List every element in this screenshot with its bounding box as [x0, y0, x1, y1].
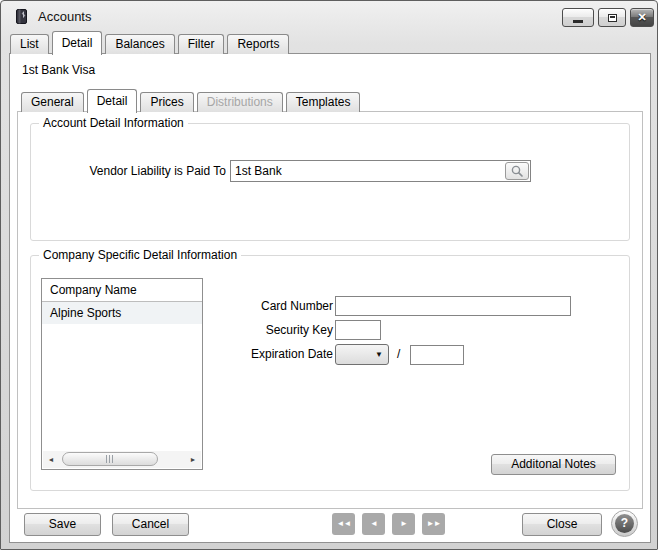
accounts-window: Accounts ✕ List Detail Balances Filter R…	[0, 0, 658, 550]
security-key-label: Security Key	[206, 323, 333, 337]
security-key-input[interactable]	[335, 320, 381, 340]
tab-detail[interactable]: Detail	[52, 31, 103, 55]
tab-reports[interactable]: Reports	[227, 34, 289, 54]
account-detail-group: Account Detail Information Vendor Liabil…	[30, 123, 630, 241]
scroll-left-icon[interactable]: ◄	[43, 451, 59, 468]
restore-button[interactable]	[598, 8, 626, 27]
window-controls: ✕	[562, 8, 654, 27]
save-button[interactable]: Save	[24, 513, 101, 536]
tab-balances[interactable]: Balances	[105, 34, 174, 54]
expiration-separator: /	[397, 347, 400, 361]
next-record-icon[interactable]: ►	[392, 513, 415, 535]
question-icon: ?	[615, 514, 634, 533]
title-bar[interactable]: Accounts ✕	[1, 1, 657, 31]
expiration-month-dropdown[interactable]: ▼	[335, 344, 389, 365]
subtab-general[interactable]: General	[21, 92, 84, 112]
chevron-down-icon: ▼	[375, 351, 383, 359]
vendor-paid-to-field	[230, 160, 531, 182]
expiration-year-input[interactable]	[410, 345, 464, 365]
record-title: 1st Bank Visa	[22, 63, 95, 77]
company-detail-group-title: Company Specific Detail Information	[39, 248, 241, 262]
scrollbar-grip-icon	[106, 455, 114, 463]
previous-record-icon[interactable]: ◄	[362, 513, 385, 535]
company-list-hscrollbar[interactable]: ◄ ►	[43, 451, 201, 468]
detail-page: 1st Bank Visa General Detail Prices Dist…	[9, 53, 651, 543]
subtab-templates[interactable]: Templates	[286, 92, 361, 112]
close-button[interactable]: Close	[522, 513, 602, 536]
sub-tab-strip: General Detail Prices Distributions Temp…	[21, 87, 363, 112]
company-list-header: Company Name	[42, 279, 202, 302]
cancel-button[interactable]: Cancel	[112, 513, 189, 536]
company-list-item[interactable]: Alpine Sports	[42, 302, 202, 324]
record-navigation: ◄◄ ◄ ► ►►	[332, 513, 445, 535]
subtab-detail[interactable]: Detail	[87, 89, 138, 113]
account-detail-group-title: Account Detail Information	[39, 116, 188, 130]
help-button[interactable]: ?	[611, 510, 638, 537]
scrollbar-track[interactable]	[59, 451, 185, 468]
first-record-icon[interactable]: ◄◄	[332, 513, 355, 535]
scroll-right-icon[interactable]: ►	[185, 451, 201, 468]
magnifier-icon	[510, 164, 524, 178]
close-icon: ✕	[637, 12, 646, 23]
main-tab-strip: List Detail Balances Filter Reports	[10, 31, 292, 54]
vendor-paid-to-label: Vendor Liability is Paid To	[31, 164, 226, 178]
vendor-paid-to-input[interactable]	[231, 161, 504, 181]
minimize-icon	[573, 20, 583, 23]
card-number-label: Card Number	[206, 299, 333, 313]
additional-notes-button[interactable]: Additonal Notes	[491, 454, 616, 475]
subtab-prices[interactable]: Prices	[140, 92, 193, 112]
window-title: Accounts	[38, 9, 91, 24]
detail-tab-panel: Account Detail Information Vendor Liabil…	[17, 111, 643, 509]
company-detail-group: Company Specific Detail Information Comp…	[30, 255, 630, 491]
last-record-icon[interactable]: ►►	[422, 513, 445, 535]
minimize-button[interactable]	[562, 8, 594, 27]
expiration-date-label: Expiration Date	[206, 347, 333, 361]
restore-icon	[608, 14, 617, 22]
ledger-app-icon	[14, 8, 29, 25]
company-list: Company Name Alpine Sports ◄ ►	[41, 278, 203, 470]
tab-filter[interactable]: Filter	[178, 34, 225, 54]
vendor-lookup-button[interactable]	[505, 162, 529, 180]
subtab-distributions: Distributions	[197, 92, 283, 112]
close-window-button[interactable]: ✕	[630, 8, 654, 27]
tab-list[interactable]: List	[10, 34, 49, 54]
card-number-input[interactable]	[335, 296, 571, 316]
scrollbar-thumb[interactable]	[62, 452, 158, 466]
